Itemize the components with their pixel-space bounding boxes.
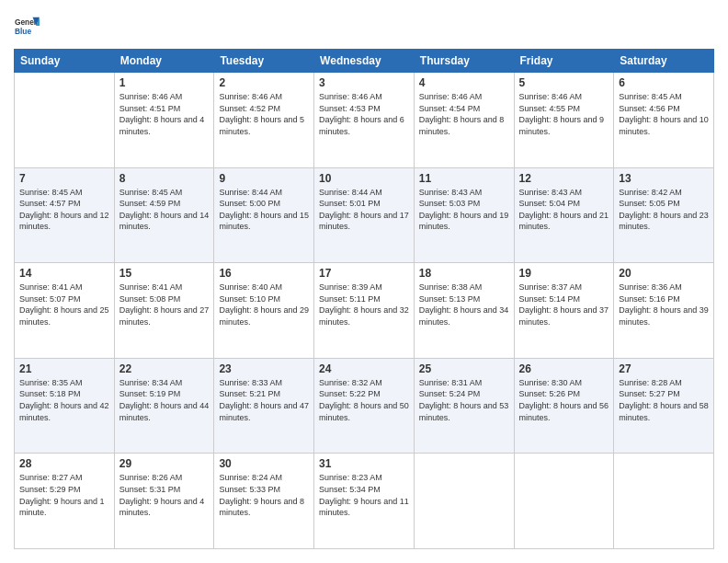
- sunset: Sunset: 4:56 PM: [619, 104, 680, 113]
- day-cell: 2 Sunrise: 8:46 AM Sunset: 4:52 PM Dayli…: [214, 73, 314, 168]
- day-cell: 11 Sunrise: 8:43 AM Sunset: 5:03 PM Dayl…: [414, 167, 514, 263]
- day-info: Sunrise: 8:28 AM Sunset: 5:27 PM Dayligh…: [619, 377, 709, 423]
- sunrise: Sunrise: 8:42 AM: [619, 188, 682, 197]
- day-info: Sunrise: 8:46 AM Sunset: 4:53 PM Dayligh…: [319, 91, 409, 137]
- logo-icon: General Blue: [14, 14, 40, 40]
- daylight: Daylight: 8 hours and 12 minutes.: [19, 211, 109, 232]
- daylight: Daylight: 8 hours and 21 minutes.: [519, 211, 609, 232]
- sunrise: Sunrise: 8:46 AM: [319, 92, 382, 101]
- day-info: Sunrise: 8:45 AM Sunset: 4:56 PM Dayligh…: [619, 91, 709, 137]
- sunrise: Sunrise: 8:41 AM: [19, 282, 83, 292]
- day-info: Sunrise: 8:44 AM Sunset: 5:00 PM Dayligh…: [219, 187, 309, 233]
- daylight: Daylight: 8 hours and 37 minutes.: [519, 305, 609, 327]
- day-info: Sunrise: 8:45 AM Sunset: 4:57 PM Dayligh…: [19, 187, 109, 233]
- day-number: 27: [619, 362, 709, 375]
- day-cell: 5 Sunrise: 8:46 AM Sunset: 4:55 PM Dayli…: [514, 73, 614, 168]
- day-number: 19: [519, 267, 609, 280]
- day-number: 18: [419, 267, 509, 280]
- day-info: Sunrise: 8:46 AM Sunset: 4:54 PM Dayligh…: [419, 91, 509, 137]
- day-cell: 15 Sunrise: 8:41 AM Sunset: 5:08 PM Dayl…: [114, 263, 214, 359]
- daylight: Daylight: 8 hours and 19 minutes.: [419, 211, 509, 232]
- day-info: Sunrise: 8:34 AM Sunset: 5:19 PM Dayligh…: [119, 377, 210, 423]
- day-cell: [514, 454, 614, 549]
- day-info: Sunrise: 8:42 AM Sunset: 5:05 PM Dayligh…: [619, 187, 709, 233]
- col-sunday: Sunday: [15, 50, 115, 73]
- day-number: 7: [19, 172, 109, 185]
- sunrise: Sunrise: 8:44 AM: [319, 188, 382, 197]
- day-cell: 9 Sunrise: 8:44 AM Sunset: 5:00 PM Dayli…: [214, 167, 314, 263]
- week-row-1: 7 Sunrise: 8:45 AM Sunset: 4:57 PM Dayli…: [15, 167, 714, 263]
- sunrise: Sunrise: 8:45 AM: [619, 92, 682, 101]
- sunset: Sunset: 5:03 PM: [419, 199, 481, 208]
- daylight: Daylight: 8 hours and 27 minutes.: [119, 305, 210, 327]
- day-cell: 23 Sunrise: 8:33 AM Sunset: 5:21 PM Dayl…: [214, 358, 314, 454]
- daylight: Daylight: 8 hours and 9 minutes.: [519, 115, 605, 136]
- sunrise: Sunrise: 8:28 AM: [619, 378, 682, 387]
- day-number: 25: [419, 362, 509, 375]
- day-info: Sunrise: 8:37 AM Sunset: 5:14 PM Dayligh…: [519, 282, 609, 327]
- day-cell: 30 Sunrise: 8:24 AM Sunset: 5:33 PM Dayl…: [214, 454, 314, 549]
- daylight: Daylight: 8 hours and 56 minutes.: [519, 401, 609, 422]
- day-cell: 25 Sunrise: 8:31 AM Sunset: 5:24 PM Dayl…: [414, 358, 514, 454]
- daylight: Daylight: 9 hours and 1 minute.: [19, 497, 105, 518]
- sunrise: Sunrise: 8:27 AM: [19, 473, 83, 482]
- sunset: Sunset: 5:26 PM: [519, 389, 581, 398]
- sunset: Sunset: 4:54 PM: [419, 104, 481, 113]
- sunrise: Sunrise: 8:30 AM: [519, 378, 583, 387]
- sunrise: Sunrise: 8:31 AM: [419, 378, 483, 387]
- day-number: 9: [219, 172, 309, 185]
- sunset: Sunset: 5:07 PM: [19, 294, 81, 304]
- sunrise: Sunrise: 8:41 AM: [119, 282, 183, 292]
- day-info: Sunrise: 8:43 AM Sunset: 5:04 PM Dayligh…: [519, 187, 609, 233]
- col-thursday: Thursday: [414, 50, 514, 73]
- day-cell: [614, 454, 714, 549]
- daylight: Daylight: 8 hours and 39 minutes.: [619, 305, 709, 327]
- day-number: 23: [219, 362, 309, 375]
- sunset: Sunset: 5:05 PM: [619, 199, 680, 208]
- sunrise: Sunrise: 8:24 AM: [219, 473, 282, 482]
- daylight: Daylight: 8 hours and 15 minutes.: [219, 211, 309, 232]
- sunset: Sunset: 4:52 PM: [219, 104, 280, 113]
- day-number: 12: [519, 172, 609, 185]
- col-friday: Friday: [514, 50, 614, 73]
- day-cell: 28 Sunrise: 8:27 AM Sunset: 5:29 PM Dayl…: [15, 454, 115, 549]
- sunset: Sunset: 5:29 PM: [19, 485, 81, 494]
- daylight: Daylight: 8 hours and 10 minutes.: [619, 115, 709, 136]
- daylight: Daylight: 8 hours and 5 minutes.: [219, 115, 304, 136]
- daylight: Daylight: 8 hours and 6 minutes.: [319, 115, 404, 136]
- sunset: Sunset: 4:51 PM: [119, 104, 181, 113]
- col-wednesday: Wednesday: [314, 50, 415, 73]
- calendar-page: General Blue Sunday Monday Tuesday Wedne…: [0, 0, 728, 563]
- day-cell: 10 Sunrise: 8:44 AM Sunset: 5:01 PM Dayl…: [314, 167, 415, 263]
- day-number: 6: [619, 76, 709, 89]
- sunset: Sunset: 5:01 PM: [319, 199, 381, 208]
- daylight: Daylight: 8 hours and 53 minutes.: [419, 401, 509, 422]
- sunset: Sunset: 5:21 PM: [219, 389, 280, 398]
- day-info: Sunrise: 8:39 AM Sunset: 5:11 PM Dayligh…: [319, 282, 409, 327]
- sunrise: Sunrise: 8:43 AM: [519, 188, 583, 197]
- sunrise: Sunrise: 8:37 AM: [519, 282, 583, 292]
- daylight: Daylight: 9 hours and 11 minutes.: [319, 497, 409, 518]
- daylight: Daylight: 8 hours and 23 minutes.: [619, 211, 709, 232]
- day-number: 5: [519, 76, 609, 89]
- daylight: Daylight: 8 hours and 42 minutes.: [19, 401, 109, 422]
- day-cell: 18 Sunrise: 8:38 AM Sunset: 5:13 PM Dayl…: [414, 263, 514, 359]
- sunrise: Sunrise: 8:34 AM: [119, 378, 183, 387]
- day-number: 13: [619, 172, 709, 185]
- day-info: Sunrise: 8:41 AM Sunset: 5:07 PM Dayligh…: [19, 282, 109, 327]
- day-info: Sunrise: 8:45 AM Sunset: 4:59 PM Dayligh…: [119, 187, 210, 233]
- day-number: 2: [219, 76, 309, 89]
- sunrise: Sunrise: 8:46 AM: [219, 92, 282, 101]
- day-info: Sunrise: 8:46 AM Sunset: 4:51 PM Dayligh…: [119, 91, 210, 137]
- day-cell: 21 Sunrise: 8:35 AM Sunset: 5:18 PM Dayl…: [15, 358, 115, 454]
- sunset: Sunset: 5:00 PM: [219, 199, 280, 208]
- sunset: Sunset: 5:14 PM: [519, 294, 581, 304]
- sunset: Sunset: 5:24 PM: [419, 389, 481, 398]
- day-cell: 16 Sunrise: 8:40 AM Sunset: 5:10 PM Dayl…: [214, 263, 314, 359]
- day-cell: 7 Sunrise: 8:45 AM Sunset: 4:57 PM Dayli…: [15, 167, 115, 263]
- daylight: Daylight: 9 hours and 4 minutes.: [119, 497, 205, 518]
- sunrise: Sunrise: 8:32 AM: [319, 378, 382, 387]
- day-cell: 14 Sunrise: 8:41 AM Sunset: 5:07 PM Dayl…: [15, 263, 115, 359]
- day-number: 15: [119, 267, 210, 280]
- col-tuesday: Tuesday: [214, 50, 314, 73]
